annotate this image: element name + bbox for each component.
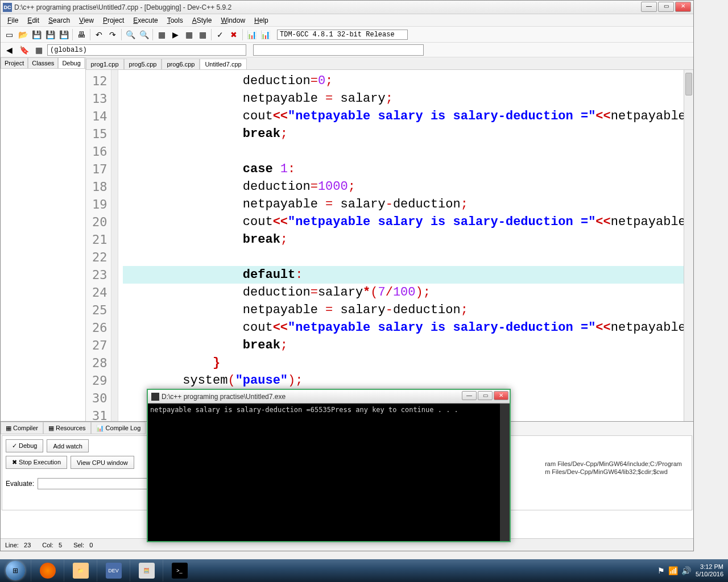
compiler-select[interactable]: [277, 30, 408, 40]
tray-flag-icon[interactable]: ⚑: [657, 566, 665, 575]
rebuild-icon[interactable]: ▦: [196, 28, 209, 41]
minimize-button[interactable]: —: [641, 2, 657, 12]
bottomtab-compiler[interactable]: ▦Compiler: [1, 422, 43, 434]
toolbar-main: ▭ 📂 💾 💾 💾 🖶 ↶ ↷ 🔍 🔍 ▦ ▶ ▦ ▦ ✓ ✖ 📊 📊: [1, 27, 693, 43]
new-file-icon[interactable]: ▭: [3, 28, 15, 41]
code-editor[interactable]: deduction=0; netpayable = salary; cout<<…: [118, 70, 693, 421]
bookmark-icon[interactable]: 🔖: [18, 44, 30, 56]
filetab-prog5-cpp[interactable]: prog5.cpp: [124, 59, 162, 69]
sidetab-project[interactable]: Project: [1, 57, 28, 68]
run-icon[interactable]: ▶: [169, 28, 181, 41]
menu-file[interactable]: File: [3, 15, 23, 26]
sidetab-classes[interactable]: Classes: [28, 57, 58, 68]
function-combo[interactable]: [253, 44, 424, 56]
find-icon[interactable]: 🔍: [124, 28, 136, 41]
task-devcpp[interactable]: DEV: [97, 560, 130, 581]
evaluate-input[interactable]: [38, 478, 151, 489]
save-as-icon[interactable]: 💾: [57, 28, 70, 41]
task-calc[interactable]: 🧮: [130, 560, 163, 581]
app-icon: DC: [3, 3, 12, 12]
console-maximize-button[interactable]: ▭: [478, 391, 493, 400]
menu-tools[interactable]: Tools: [163, 15, 188, 26]
bottomtab-resources[interactable]: ▦Resources: [43, 422, 91, 434]
maximize-button[interactable]: ▭: [658, 2, 674, 12]
toolbar-secondary: ◀ 🔖 ▦: [1, 43, 693, 57]
profile-icon[interactable]: 📊: [245, 28, 258, 41]
console-output[interactable]: netpayable salary is salary-deduction =6…: [148, 404, 510, 541]
console-window[interactable]: D:\c++ programing practise\Untitled7.exe…: [147, 389, 511, 542]
debug-add-watch[interactable]: Add watch: [47, 439, 88, 452]
window-title: D:\c++ programing practise\Untitled7.cpp…: [14, 3, 691, 11]
console-close-button[interactable]: ✕: [494, 391, 508, 400]
console-scrollbar[interactable]: [500, 404, 510, 541]
open-icon[interactable]: 📂: [16, 28, 29, 41]
sidetab-debug[interactable]: Debug: [58, 57, 84, 68]
menu-window[interactable]: Window: [216, 15, 250, 26]
undo-icon[interactable]: ↶: [93, 28, 105, 41]
print-icon[interactable]: 🖶: [75, 28, 88, 41]
debug-icon[interactable]: ✓: [214, 28, 226, 41]
task-explorer[interactable]: 📁: [64, 560, 97, 581]
side-panel: ProjectClassesDebug: [1, 57, 86, 421]
titlebar[interactable]: DC D:\c++ programing practise\Untitled7.…: [1, 1, 693, 14]
menu-astyle[interactable]: AStyle: [188, 15, 217, 26]
back-icon[interactable]: ◀: [3, 44, 15, 56]
debug---debug[interactable]: ✓ Debug: [6, 439, 43, 452]
menubar: FileEditSearchViewProjectExecuteToolsASt…: [1, 14, 693, 27]
menu-project[interactable]: Project: [98, 15, 129, 26]
side-panel-content[interactable]: [1, 68, 85, 421]
compile-icon[interactable]: ▦: [155, 28, 168, 41]
profile2-icon[interactable]: 📊: [259, 28, 271, 41]
tray-volume-icon[interactable]: 🔊: [681, 566, 691, 575]
debug-view-cpu-window[interactable]: View CPU window: [71, 456, 134, 469]
evaluate-label: Evaluate:: [6, 480, 34, 488]
compile-run-icon[interactable]: ▦: [183, 28, 195, 41]
save-all-icon[interactable]: 💾: [44, 28, 56, 41]
log-text: ram Files/Dev-Cpp/MinGW64/include;C:/Pro…: [545, 460, 682, 476]
close-button[interactable]: ✕: [675, 2, 691, 12]
redo-icon[interactable]: ↷: [106, 28, 119, 41]
menu-search[interactable]: Search: [44, 15, 75, 26]
scope-combo[interactable]: [47, 44, 246, 56]
menu-help[interactable]: Help: [250, 15, 273, 26]
tray-network-icon[interactable]: 📶: [668, 566, 678, 575]
breakpoint-gutter[interactable]: [111, 70, 118, 421]
goto-icon[interactable]: ▦: [32, 44, 45, 56]
console-title-text: D:\c++ programing practise\Untitled7.exe: [162, 393, 286, 401]
menu-edit[interactable]: Edit: [23, 15, 44, 26]
tray-clock[interactable]: 3:12 PM 5/10/2016: [696, 563, 723, 578]
console-titlebar[interactable]: D:\c++ programing practise\Untitled7.exe…: [148, 390, 510, 404]
menu-execute[interactable]: Execute: [129, 15, 162, 26]
filetab-prog1-cpp[interactable]: prog1.cpp: [86, 59, 124, 69]
replace-icon[interactable]: 🔍: [138, 28, 150, 41]
console-icon: [151, 393, 159, 401]
save-icon[interactable]: 💾: [30, 28, 43, 41]
menu-view[interactable]: View: [75, 15, 98, 26]
system-tray[interactable]: ⚑ 📶 🔊 3:12 PM 5/10/2016: [657, 563, 728, 578]
start-button[interactable]: ⊞: [0, 559, 31, 582]
line-gutter[interactable]: 1213141516171819202122232425262728293031: [86, 70, 111, 421]
filetab-Untitled7-cpp[interactable]: Untitled7.cpp: [200, 59, 246, 69]
filetab-prog6-cpp[interactable]: prog6.cpp: [162, 59, 200, 69]
task-firefox[interactable]: [31, 560, 64, 581]
task-console[interactable]: >_: [163, 560, 196, 581]
bottomtab-compile-log[interactable]: 📊Compile Log: [91, 422, 146, 434]
taskbar: ⊞ 📁 DEV 🧮 >_ ⚑ 📶 🔊 3:12 PM 5/10/2016: [0, 559, 728, 582]
editor-area: prog1.cppprog5.cppprog6.cppUntitled7.cpp…: [86, 57, 693, 421]
vertical-scrollbar[interactable]: [684, 70, 693, 421]
stop-icon[interactable]: ✖: [228, 28, 240, 41]
console-minimize-button[interactable]: —: [462, 391, 477, 400]
debug---stop-execution[interactable]: ✖ Stop Execution: [6, 456, 67, 469]
